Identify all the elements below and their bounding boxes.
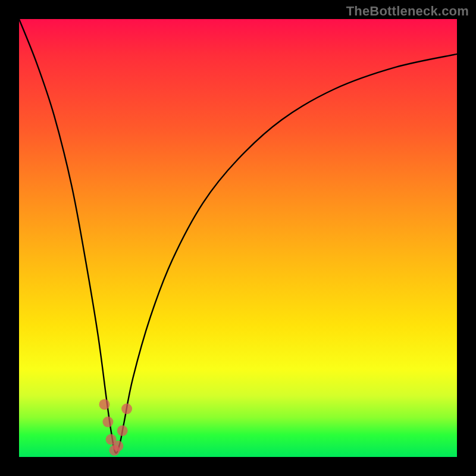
highlight-marker — [102, 416, 113, 427]
bottleneck-curve-path — [19, 19, 457, 453]
highlight-marker — [117, 425, 128, 436]
highlight-marker — [99, 399, 110, 410]
bottleneck-curve-svg — [19, 19, 457, 457]
highlight-marker — [112, 441, 123, 452]
plot-area — [19, 19, 457, 457]
watermark-text: TheBottleneck.com — [346, 4, 469, 19]
highlight-marker — [121, 403, 132, 414]
chart-frame: TheBottleneck.com — [0, 0, 476, 476]
marker-group — [99, 399, 133, 456]
